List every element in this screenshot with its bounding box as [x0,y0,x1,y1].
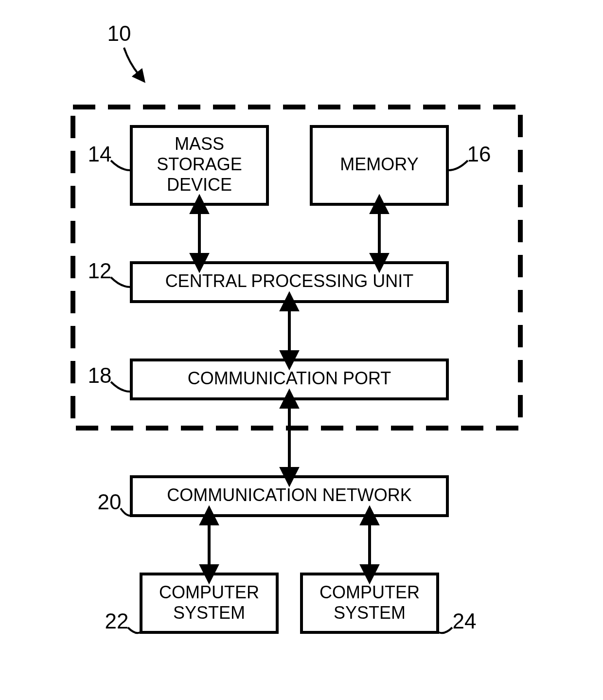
mass-storage-label-3: DEVICE [167,175,232,195]
ref-18: 18 [88,363,112,387]
memory-label: MEMORY [340,154,418,174]
block-comm-port: COMMUNICATION PORT [131,360,447,399]
lead-24 [439,628,452,633]
block-computer-system-left: COMPUTER SYSTEM [141,574,277,632]
cpu-label: CENTRAL PROCESSING UNIT [165,271,414,291]
lead-20 [121,508,130,516]
ref-24: 24 [453,609,477,633]
lead-22 [128,628,140,633]
lead-16 [448,161,468,170]
block-computer-system-right: COMPUTER SYSTEM [302,574,438,632]
ref-14: 14 [88,142,112,166]
system-block-diagram: 10 MASS STORAGE DEVICE 14 MEMORY 16 CENT… [0,0,603,700]
comm-net-label: COMMUNICATION NETWORK [167,485,411,505]
ref-12: 12 [88,259,112,283]
block-comm-network: COMMUNICATION NETWORK [131,477,447,516]
compsys-r-label-2: SYSTEM [334,603,406,623]
lead-12 [111,277,130,287]
ref-20: 20 [98,490,122,514]
compsys-l-label-1: COMPUTER [159,582,259,602]
mass-storage-label-2: STORAGE [157,154,242,174]
block-memory: MEMORY [311,126,447,204]
ref-22: 22 [105,609,129,633]
figure-ref-lead [124,48,139,74]
block-cpu: CENTRAL PROCESSING UNIT [131,263,447,302]
ref-16: 16 [467,142,491,166]
comm-port-label: COMMUNICATION PORT [188,368,391,388]
block-mass-storage: MASS STORAGE DEVICE [131,126,267,204]
mass-storage-label-1: MASS [175,134,224,154]
lead-18 [111,382,130,392]
compsys-l-label-2: SYSTEM [173,603,245,623]
lead-14 [111,161,130,170]
compsys-r-label-1: COMPUTER [319,582,420,602]
figure-ref-label: 10 [107,21,131,45]
